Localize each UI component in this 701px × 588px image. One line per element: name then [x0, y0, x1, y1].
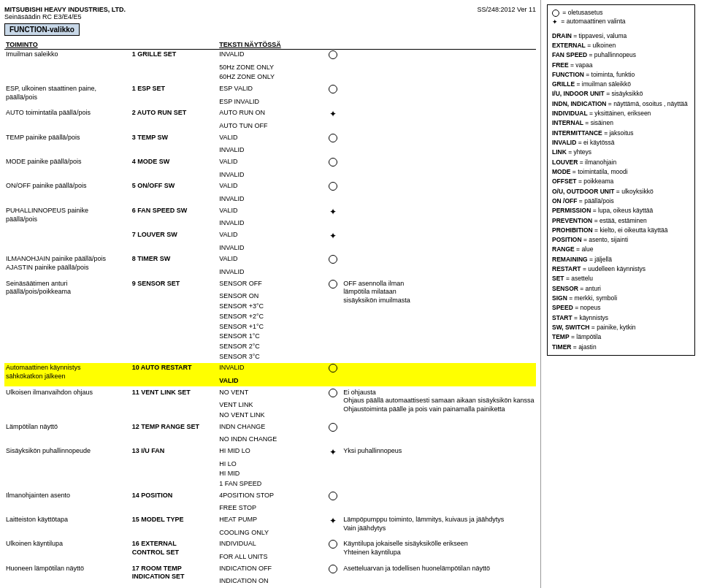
teksti-cell: SENSOR 1°C	[218, 332, 324, 342]
teksti-cell: AUTO RUN ON	[218, 108, 324, 121]
definition-item: FUNCTION = toiminta, funktio	[552, 70, 690, 79]
table-row: Ulkoinen käyntilupa16 EXTERNALCONTROL SE…	[4, 539, 536, 552]
col-header-desc	[342, 40, 536, 50]
device-name: Seinäsäädin RC E3/E4/E5	[4, 13, 126, 20]
toiminto-cell: Automaattinen käynnistyssähkökatkon jälk…	[4, 363, 131, 386]
toiminto-cell: Huoneen lämpötilan näyttö	[4, 564, 131, 587]
symbol-cell	[324, 352, 342, 362]
teksti-cell: AUTO TUN OFF	[218, 121, 324, 131]
circle-symbol	[329, 364, 337, 373]
symbol-cell	[324, 376, 342, 386]
definition-item: EXTERNAL = ulkoinen	[552, 41, 690, 50]
star-symbol: ✦	[329, 109, 337, 119]
definition-item: I/U, INDOOR UNIT = sisäyksikkö	[552, 89, 690, 98]
col-header-teksti: TEKSTI NÄYTÖSSÄ	[218, 40, 324, 50]
toiminto-cell: TEMP painike päällä/pois	[4, 133, 131, 156]
desc-cell	[342, 206, 536, 229]
num-cell: 3 TEMP SW	[131, 133, 218, 156]
num-cell: 11 VENT LINK SET	[131, 388, 218, 421]
desc-cell	[342, 230, 536, 253]
symbol-cell	[324, 539, 342, 552]
teksti-cell: SENSOR 2°C	[218, 342, 324, 352]
desc-cell	[342, 84, 536, 107]
col-header-circle	[324, 40, 342, 50]
num-cell: 2 AUTO RUN SET	[131, 108, 218, 131]
symbol-cell	[324, 528, 342, 538]
symbol-cell	[324, 332, 342, 342]
symbol-cell	[324, 84, 342, 97]
table-row: Imuilman saleikko1 GRILLE SETINVALID	[4, 50, 536, 63]
desc-cell	[342, 157, 536, 180]
symbol-cell	[324, 157, 342, 170]
desc-cell: OFF asennolla ilmanlämpötila milataansis…	[342, 279, 536, 362]
table-row: Ilmanohjainten asento14 POSITION4POSITIO…	[4, 491, 536, 504]
num-cell: 5 ON/OFF SW	[131, 181, 218, 204]
definition-item: SENSOR = anturi	[552, 284, 690, 293]
circle-symbol	[329, 423, 337, 432]
definition-item: START = käynnistys	[552, 313, 690, 322]
desc-cell	[342, 363, 536, 386]
symbol-cell: ✦	[324, 206, 342, 219]
desc-cell	[342, 50, 536, 83]
definition-item: RESTART = uudelleen käynnistys	[552, 264, 690, 273]
desc-cell: Ei ohjaustaOhjaus päällä automaattisesti…	[342, 388, 536, 421]
num-cell: 10 AUTO RESTART	[131, 363, 218, 386]
teksti-cell: FOR ALL UNITS	[218, 552, 324, 562]
definition-item: TEMP = lämpötila	[552, 332, 690, 341]
definition-item: DRAIN = tippavesi, valuma	[552, 31, 690, 40]
desc-cell	[342, 491, 536, 513]
teksti-cell: INVALID	[218, 218, 324, 229]
teksti-cell: COOLING ONLY	[218, 528, 324, 538]
teksti-cell: SENSOR +3°C	[218, 302, 324, 312]
num-cell: 13 I/U FAN	[131, 446, 218, 489]
teksti-cell: NO VENT	[218, 388, 324, 401]
definition-item: TIMER = ajastin	[552, 343, 690, 351]
definition-item: PROHIBITION = kielto, ei oikeutta käyttä…	[552, 226, 690, 234]
teksti-cell: HEAT PUMP	[218, 515, 324, 528]
circle-symbol	[329, 50, 337, 59]
teksti-cell: 4POSITION STOP	[218, 491, 324, 504]
symbol-cell	[324, 72, 342, 83]
teksti-cell: VALID	[218, 133, 324, 146]
symbol-cell	[324, 243, 342, 253]
teksti-cell: VALID	[218, 230, 324, 243]
desc-cell: Lämpöpumppu toiminto, lämmitys, kuivaus …	[342, 515, 536, 538]
definition-item: PERMISSION = lupa, oikeus käyttää	[552, 206, 690, 215]
table-row: Seinäsäätimen anturipäällä/pois/poikkeam…	[4, 279, 536, 292]
symbol-cell	[324, 170, 342, 180]
teksti-cell: INVALID	[218, 194, 324, 205]
main-table: TOIMINTO TEKSTI NÄYTÖSSÄ Imuilman saleik…	[4, 40, 536, 588]
table-row: Huoneen lämpötilan näyttö17 ROOM TEMPIND…	[4, 564, 536, 577]
teksti-cell: HI MID LO	[218, 446, 324, 459]
toiminto-cell: Ilmanohjainten asento	[4, 491, 131, 513]
table-row: Ulkoisen ilmanvaihdon ohjaus11 VENT LINK…	[4, 388, 536, 401]
desc-cell	[342, 254, 536, 277]
circle-symbol	[329, 492, 337, 500]
symbol-cell	[324, 121, 342, 131]
desc-cell	[342, 422, 536, 445]
doc-ref: SS/248:2012 Ver 11	[477, 6, 536, 20]
symbol-cell	[324, 400, 342, 411]
symbol-cell	[324, 267, 342, 278]
num-cell: 16 EXTERNALCONTROL SET	[131, 539, 218, 562]
table-row: ILMANOHJAIN painike päällä/poisAJASTIN p…	[4, 254, 536, 267]
legend-circle-item: = oletusasetus	[552, 8, 690, 17]
definition-item: RANGE = alue	[552, 245, 690, 253]
definition-item: O/U, OUTDOOR UNIT = ulkoyksikkö	[552, 187, 690, 196]
definitions-list: DRAIN = tippavesi, valumaEXTERNAL = ulko…	[552, 31, 690, 351]
desc-cell: Yksi puhallinnopeus	[342, 446, 536, 489]
definition-item: LINK = yhteys	[552, 148, 690, 156]
teksti-cell: 1 FAN SPEED	[218, 479, 324, 489]
function-label: FUNCTION-valikko	[4, 23, 80, 36]
symbol-cell	[324, 63, 342, 73]
num-cell: 4 MODE SW	[131, 157, 218, 180]
teksti-cell: VALID	[218, 181, 324, 194]
toiminto-cell: Lämpötilan näyttö	[4, 422, 131, 445]
symbol-cell	[324, 342, 342, 352]
symbol-cell	[324, 302, 342, 312]
teksti-cell: ESP INVALID	[218, 97, 324, 107]
toiminto-cell: MODE painike päällä/pois	[4, 157, 131, 180]
symbol-cell: ✦	[324, 108, 342, 121]
symbol-cell	[324, 133, 342, 146]
symbol-cell	[324, 145, 342, 156]
